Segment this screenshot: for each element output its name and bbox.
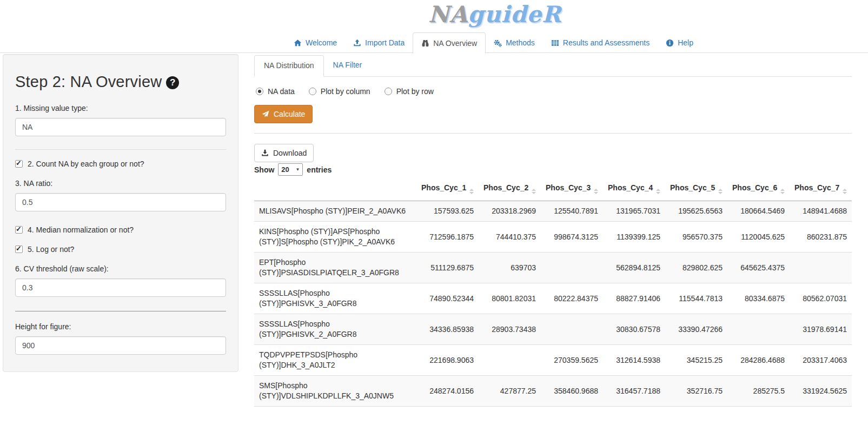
nav-tab-welcome[interactable]: Welcome (286, 32, 345, 53)
column-header[interactable]: Phos_Cyc_6 (727, 178, 790, 201)
value-cell: 284286.4688 (727, 345, 790, 376)
column-header[interactable]: Phos_Cyc_5 (665, 178, 727, 201)
value-cell: 80562.07031 (790, 283, 852, 314)
column-header-label: Phos_Cyc_2 (483, 183, 528, 192)
row-name-column-header (254, 178, 416, 201)
table-row: SMS[Phospho (STY)]VDLSHIPLKDPLLFK_3_A0JN… (254, 376, 852, 407)
nav-tab-help[interactable]: Help (658, 32, 701, 53)
home-icon (294, 39, 302, 47)
row-name-cell: MLISAVS[Phospho (STY)]PEIR_2_A0AVK6 (254, 201, 416, 222)
tab-na-filter[interactable]: NA Filter (324, 55, 372, 76)
count-na-group-checkbox-row[interactable]: 2. Count NA by each group or not? (15, 160, 226, 168)
radio-plot-by-column[interactable]: Plot by column (309, 87, 370, 96)
calculate-button[interactable]: Calculate (254, 105, 313, 123)
gears-icon (494, 39, 502, 47)
log-label: 5. Log or not? (28, 245, 74, 254)
nav-tab-methods[interactable]: Methods (486, 32, 543, 53)
entries-select[interactable]: 20 ▼ (278, 163, 303, 176)
value-cell (727, 314, 790, 345)
value-cell: 30830.67578 (603, 314, 665, 345)
value-cell: 1139399.125 (603, 222, 665, 253)
missing-value-type-label: 1. Missing value type: (15, 104, 226, 112)
median-normalization-checkbox[interactable] (15, 226, 23, 234)
radio-button-icon[interactable] (256, 88, 263, 95)
value-cell (541, 314, 603, 345)
nav-tab-label: Results and Assessments (563, 38, 650, 47)
show-label: Show (254, 165, 274, 174)
sort-icon (843, 189, 847, 194)
logo-part-na: NA (428, 1, 468, 28)
tab-na-distribution[interactable]: NA Distribution (254, 55, 324, 77)
cv-threshold-label: 6. CV threshold (raw scale): (15, 264, 226, 273)
value-cell: 316457.7188 (603, 376, 665, 407)
table-length-control: Show 20 ▼ entries (254, 163, 332, 176)
nav-tab-label: Methods (506, 38, 535, 47)
value-cell: 203317.4063 (790, 345, 852, 376)
value-cell: 221698.9063 (416, 345, 479, 376)
question-circle-icon[interactable]: ? (166, 76, 179, 89)
sidebar-title-text: Step 2: NA Overview (15, 73, 162, 90)
value-cell: 427877.25 (479, 376, 541, 407)
radio-na-data[interactable]: NA data (256, 87, 295, 96)
table-row: EPT[Phospho (STY)]PSIASDISLPIATQELR_3_A0… (254, 253, 852, 283)
entries-select-value: 20 (281, 165, 289, 174)
value-cell: 33390.47266 (665, 314, 727, 345)
content-divider (254, 133, 852, 134)
binoculars-icon (421, 39, 429, 47)
sidebar-divider-1 (15, 149, 226, 150)
radio-plot-by-row[interactable]: Plot by row (385, 87, 434, 96)
count-na-group-checkbox[interactable] (15, 160, 23, 168)
table-row: MLISAVS[Phospho (STY)]PEIR_2_A0AVK6 1575… (254, 201, 852, 222)
sort-icon (718, 189, 723, 194)
value-cell: 34336.85938 (416, 314, 479, 345)
log-checkbox-row[interactable]: 5. Log or not? (15, 245, 226, 254)
nav-tab-label: Import Data (365, 38, 405, 47)
sort-icon (656, 189, 660, 194)
column-header[interactable]: Phos_Cyc_4 (603, 178, 665, 201)
value-cell: 1120045.625 (727, 222, 790, 253)
download-button[interactable]: Download (254, 144, 314, 162)
value-cell: 115544.7813 (665, 283, 727, 314)
column-header-label: Phos_Cyc_5 (670, 183, 715, 192)
value-cell: 998674.3125 (541, 222, 603, 253)
median-normalization-checkbox-row[interactable]: 4. Median normalization or not? (15, 225, 226, 234)
nav-tab-import-data[interactable]: Import Data (345, 32, 413, 53)
value-cell: 148941.4688 (790, 201, 852, 222)
log-checkbox[interactable] (15, 245, 23, 253)
nav-tab-results[interactable]: Results and Assessments (543, 32, 658, 53)
median-normalization-label: 4. Median normalization or not? (28, 225, 134, 234)
value-cell: 956570.375 (665, 222, 727, 253)
column-header[interactable]: Phos_Cyc_2 (479, 178, 541, 201)
figure-height-input[interactable] (15, 336, 226, 355)
info-icon (666, 39, 674, 47)
value-cell: 860231.875 (790, 222, 852, 253)
table-row: KINS[Phospho (STY)]APS[Phospho (STY)]S[P… (254, 222, 852, 253)
value-cell: 88827.91406 (603, 283, 665, 314)
column-header[interactable]: Phos_Cyc_3 (541, 178, 603, 201)
row-name-cell: TQDPVPPETPSDS[Phospho (STY)]DHK_3_A0JLT2 (254, 345, 416, 376)
value-cell: 331924.5625 (790, 376, 852, 407)
logo-part-guider: guideR (468, 1, 561, 28)
upload-icon (353, 39, 361, 47)
column-header[interactable]: Phos_Cyc_1 (416, 178, 479, 201)
value-cell: 195625.6563 (665, 201, 727, 222)
radio-button-icon[interactable] (309, 88, 316, 95)
value-cell: 80334.6875 (727, 283, 790, 314)
value-cell: 80222.84375 (541, 283, 603, 314)
value-cell: 270359.5625 (541, 345, 603, 376)
radio-label: Plot by column (321, 87, 370, 96)
value-cell: 180664.5469 (727, 201, 790, 222)
column-header[interactable]: Phos_Cyc_7 (790, 178, 852, 201)
value-cell: 639703 (479, 253, 541, 283)
value-cell: 352716.75 (665, 376, 727, 407)
value-cell: 31978.69141 (790, 314, 852, 345)
value-cell: 645625.4375 (727, 253, 790, 283)
radio-label: Plot by row (396, 87, 434, 96)
nav-tab-na-overview[interactable]: NA Overview (413, 32, 486, 54)
missing-value-type-input[interactable] (15, 118, 226, 136)
calculate-button-label: Calculate (274, 110, 305, 118)
na-ratio-input[interactable] (15, 193, 226, 211)
cv-threshold-input[interactable] (15, 278, 226, 297)
table-row: SSSSLLAS[Phospho (STY)]PGHISVK_2_A0FGR8 … (254, 314, 852, 345)
radio-button-icon[interactable] (385, 88, 392, 95)
